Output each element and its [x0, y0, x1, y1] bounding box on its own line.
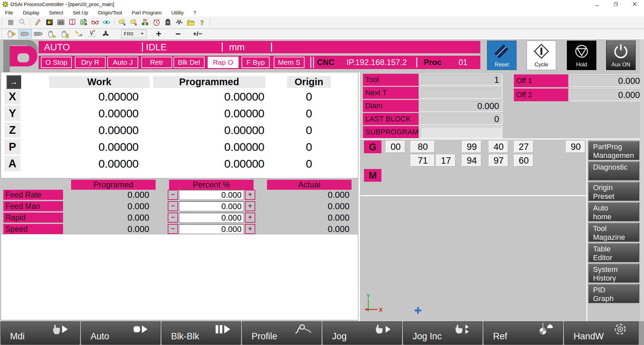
fan-icon[interactable] — [99, 29, 112, 39]
programmed-value-a: 0.00000 — [158, 155, 264, 172]
toggle-mem-s[interactable]: Mem S — [274, 57, 305, 68]
override-plusminus-button[interactable]: +/− — [190, 30, 205, 38]
menu-select[interactable]: Select — [49, 10, 63, 15]
restore-button[interactable] — [606, 0, 625, 8]
table-edit-icon[interactable] — [78, 18, 89, 27]
grid-table-icon[interactable] — [55, 18, 66, 27]
off-2-value: 0.000 — [570, 89, 643, 101]
feed-rate-increase-button[interactable]: + — [245, 190, 255, 200]
mode-jog-inc-button[interactable]: Jog Inc — [403, 322, 482, 345]
cycle-button[interactable]: Cycle — [527, 41, 556, 70]
override-plus-button[interactable]: + — [151, 30, 166, 38]
book-icon[interactable] — [66, 18, 78, 27]
g-code-17: 17 — [436, 155, 455, 167]
status-separator — [313, 57, 314, 68]
rapid-percent-input[interactable] — [179, 213, 244, 223]
close-button[interactable] — [625, 0, 644, 8]
power-icon — [612, 41, 629, 61]
sidebar-partprog-managemen-button[interactable]: PartProg Managemen — [588, 141, 639, 160]
robot-icon[interactable] — [162, 18, 173, 27]
minimize-button[interactable] — [588, 0, 606, 8]
sidebar-table-editor-button[interactable]: Table Editor — [588, 243, 639, 262]
tag-edit-red-icon[interactable] — [128, 18, 139, 27]
help-icon[interactable]: ? — [196, 18, 208, 27]
g-code-71: 71 — [411, 155, 435, 167]
sidebar-pid-graph-button[interactable]: PID Graph — [588, 284, 639, 303]
toggle-rap-o[interactable]: Rap O — [208, 57, 238, 68]
toggle-auto-j[interactable]: Auto J — [107, 57, 138, 68]
feed-man-percent-input[interactable] — [179, 201, 244, 211]
hand-step-icon[interactable] — [45, 29, 59, 39]
last-block-label: LAST BLOCK — [363, 113, 419, 125]
aux-on-button[interactable]: Aux ON — [606, 41, 636, 70]
stop-icon[interactable] — [5, 18, 16, 27]
feed-man-increase-button[interactable]: + — [245, 201, 255, 211]
hand-block-icon[interactable] — [5, 29, 18, 39]
sidebar-origin-preset-button[interactable]: Origin Preset — [588, 182, 639, 201]
multi-block-icon[interactable] — [32, 29, 45, 39]
origin-value-y: 0 — [287, 105, 331, 122]
feed-man-decrease-button[interactable]: − — [168, 201, 178, 211]
feed-rate-decrease-button[interactable]: − — [168, 190, 178, 200]
status-separator — [271, 43, 272, 52]
menu-set-up[interactable]: Set Up — [73, 10, 88, 15]
mode-button-label: Profile — [252, 331, 277, 342]
folder-open-icon[interactable] — [185, 18, 196, 27]
feed-override-select[interactable]: FR0 — [121, 30, 147, 38]
mode-ref-button[interactable]: Ref — [484, 322, 563, 345]
toggle-o-stop[interactable]: O Stop — [41, 57, 72, 68]
slope-icon[interactable] — [72, 29, 86, 39]
block-editor-icon[interactable] — [44, 18, 55, 27]
sidebar-system-history-button[interactable]: System History — [588, 264, 639, 283]
work-column-header: Work — [49, 76, 150, 88]
search-icon[interactable] — [16, 18, 28, 27]
toggle-retr[interactable]: Retr — [141, 57, 172, 68]
svg-text:Y: Y — [367, 293, 370, 299]
speed-percent-input[interactable] — [179, 224, 244, 234]
origin-column-header: Origin — [287, 76, 331, 88]
rapid-increase-button[interactable]: + — [245, 213, 255, 223]
window-controls — [588, 0, 644, 8]
menu-part-program[interactable]: Part Program — [132, 10, 162, 15]
tag-edit-blue-icon[interactable] — [116, 18, 128, 27]
signal-icon[interactable] — [173, 18, 185, 27]
speed-decrease-button[interactable]: − — [168, 224, 178, 234]
mode-mdi-button[interactable]: Mdi — [1, 322, 80, 345]
hold-button[interactable]: Hold — [567, 41, 596, 70]
sidebar-auto-home-button[interactable]: Auto home — [588, 202, 639, 221]
hand-continuous-icon[interactable] — [59, 29, 72, 39]
menu-help[interactable]: ? — [194, 10, 196, 15]
mode-profile-button[interactable]: Profile — [242, 322, 321, 345]
goggles-icon[interactable] — [89, 18, 101, 27]
select-axes-button[interactable]: → — [6, 75, 21, 89]
menu-display[interactable]: Display — [23, 10, 39, 15]
single-block-icon[interactable] — [18, 29, 32, 39]
io-config-icon[interactable]: I/O — [139, 18, 151, 27]
measure-icon[interactable] — [86, 29, 99, 39]
rapid-label: Rapid — [3, 213, 63, 223]
toggle-blk-del[interactable]: Blk Del — [173, 57, 205, 68]
next-t-label: Next T — [363, 87, 419, 99]
toggle-f-byp[interactable]: F Byp — [241, 57, 270, 68]
launch-icon[interactable] — [32, 18, 44, 27]
reset-button[interactable]: Reset — [487, 41, 517, 70]
feed-rate-percent-input[interactable] — [179, 190, 244, 200]
sidebar-tool-magazine-button[interactable]: Tool Magazine — [588, 223, 639, 242]
chevron-down-icon — [141, 33, 144, 35]
mode-button-label: Jog — [332, 331, 347, 342]
menu-origin-tool[interactable]: Origin/Tool — [98, 10, 122, 15]
override-minus-button[interactable]: − — [171, 30, 185, 38]
work-value-a: 0.00000 — [51, 155, 139, 172]
mode-blk-blk-button[interactable]: Blk-Blk — [162, 322, 241, 345]
mode-auto-button[interactable]: Auto — [81, 322, 160, 345]
menu-file[interactable]: File — [5, 10, 13, 15]
mode-handw-button[interactable]: HandW — [564, 322, 639, 345]
mode-jog-button[interactable]: Jog — [323, 322, 402, 345]
rapid-decrease-button[interactable]: − — [168, 213, 178, 223]
timer-icon[interactable] — [151, 18, 162, 27]
eye-icon[interactable] — [101, 18, 112, 27]
toggle-dry-r[interactable]: Dry R — [75, 57, 106, 68]
menu-utility[interactable]: Utility — [171, 10, 184, 15]
sidebar-diagnostic-button[interactable]: Diagnostic — [588, 161, 639, 180]
speed-increase-button[interactable]: + — [245, 224, 255, 234]
